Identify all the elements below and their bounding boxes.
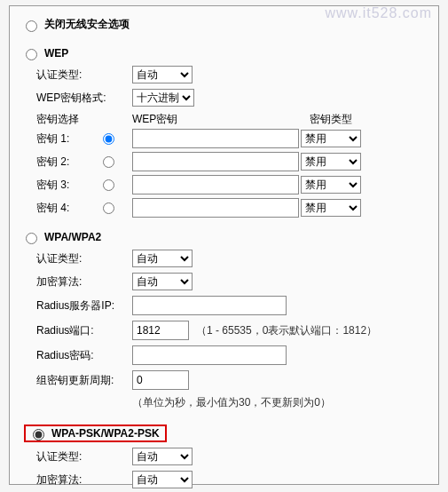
psk-auth-select[interactable]: 自动 — [132, 448, 193, 465]
radio-wep[interactable] — [26, 49, 37, 60]
wep-fmt-label: WEP密钥格式: — [36, 91, 132, 106]
wep-key3-radio[interactable] — [103, 179, 114, 191]
psk-title: WPA-PSK/WPA2-PSK — [51, 427, 160, 440]
psk-auth-label: 认证类型: — [36, 449, 132, 464]
wep-auth-select[interactable]: 自动 — [132, 66, 193, 83]
wep-key3-row: 密钥 3: 禁用 — [36, 175, 420, 194]
wep-key4-radio[interactable] — [103, 202, 114, 214]
wep-key1-label: 密钥 1: — [36, 131, 98, 147]
wep-key4-input[interactable] — [132, 198, 299, 218]
radius-ip-label: Radius服务器IP: — [36, 298, 132, 313]
wep-key1-input[interactable] — [132, 129, 299, 148]
wep-key1-row: 密钥 1: 禁用 — [36, 129, 420, 148]
radius-port-input[interactable] — [132, 321, 189, 340]
wep-key2-row: 密钥 2: 禁用 — [36, 152, 420, 171]
close-security-label: 关闭无线安全选项 — [44, 17, 130, 32]
wpa-title: WPA/WPA2 — [44, 231, 101, 243]
gkey-label: 组密钥更新周期: — [36, 373, 132, 388]
radius-pwd-input[interactable] — [132, 345, 287, 365]
radius-ip-input[interactable] — [132, 296, 287, 315]
gkey-input[interactable] — [132, 370, 189, 390]
radio-wpa-psk[interactable] — [33, 429, 44, 440]
hdr-key-select: 密钥选择 — [36, 112, 132, 127]
wep-key4-label: 密钥 4: — [36, 201, 98, 216]
psk-algo-label: 加密算法: — [36, 472, 132, 488]
wpa-auth-label: 认证类型: — [36, 251, 132, 266]
wep-key1-type[interactable]: 禁用 — [301, 130, 361, 147]
wep-key2-input[interactable] — [132, 152, 299, 171]
radius-port-label: Radius端口: — [36, 323, 132, 338]
psk-highlight-box: WPA-PSK/WPA2-PSK — [24, 425, 167, 442]
radio-wpa[interactable] — [26, 233, 37, 244]
wep-auth-label: 认证类型: — [36, 67, 132, 83]
wep-fmt-select[interactable]: 十六进制 — [132, 89, 194, 107]
watermark: www.it528.com — [325, 5, 432, 21]
wep-key3-input[interactable] — [132, 175, 299, 194]
wpa-algo-select[interactable]: 自动 — [132, 273, 193, 290]
gkey-hint: （单位为秒，最小值为30，不更新则为0） — [132, 395, 331, 410]
wep-key2-radio[interactable] — [103, 156, 114, 168]
wep-key2-type[interactable]: 禁用 — [301, 153, 361, 171]
wep-key4-type[interactable]: 禁用 — [301, 199, 361, 217]
wep-key3-label: 密钥 3: — [36, 178, 98, 193]
wep-key1-radio[interactable] — [103, 133, 114, 145]
wpa-auth-select[interactable]: 自动 — [132, 250, 193, 267]
radius-pwd-label: Radius密码: — [36, 348, 132, 363]
wep-title: WEP — [44, 47, 68, 60]
hdr-key-type: 密钥类型 — [310, 112, 372, 127]
radius-port-hint: （1 - 65535，0表示默认端口：1812） — [196, 323, 377, 338]
settings-panel: 关闭无线安全选项 WEP 认证类型: 自动 WEP密钥格式: 十六进制 密钥选择… — [9, 5, 439, 485]
hdr-key: WEP密钥 — [132, 112, 310, 127]
radio-close-security[interactable] — [26, 20, 37, 32]
wep-key2-label: 密钥 2: — [36, 155, 98, 170]
wep-key3-type[interactable]: 禁用 — [301, 176, 361, 194]
wpa-algo-label: 加密算法: — [36, 274, 132, 290]
psk-algo-select[interactable]: 自动 — [132, 471, 193, 488]
wep-key4-row: 密钥 4: 禁用 — [36, 198, 420, 218]
